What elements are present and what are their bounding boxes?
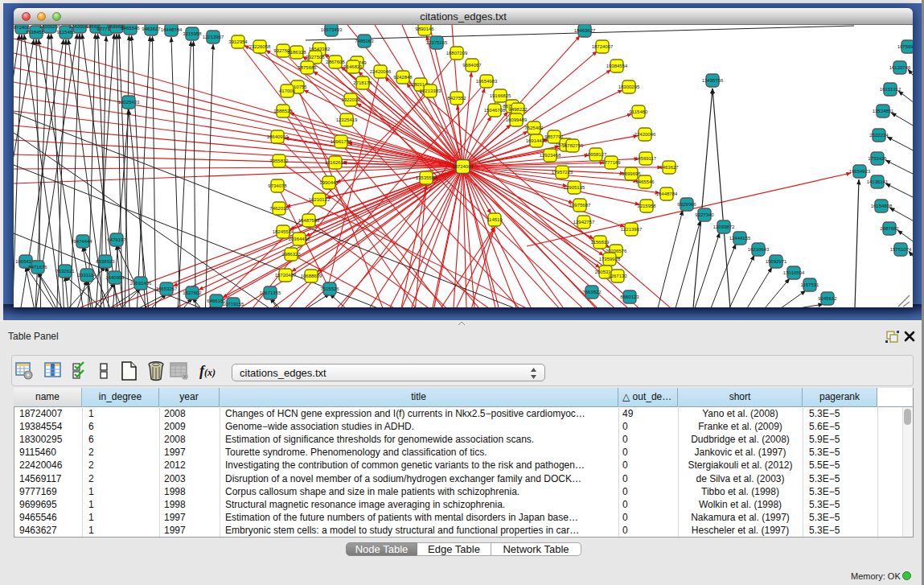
svg-text:1167531: 1167531 xyxy=(801,282,820,287)
svg-text:16782759: 16782759 xyxy=(562,143,584,148)
svg-text:9734078: 9734078 xyxy=(268,183,287,188)
svg-text:9327508: 9327508 xyxy=(306,55,325,60)
svg-text:2522234: 2522234 xyxy=(869,133,889,138)
svg-text:12093872: 12093872 xyxy=(713,225,735,229)
svg-text:10756928: 10756928 xyxy=(897,44,913,49)
svg-text:12213383: 12213383 xyxy=(420,89,441,93)
svg-text:10958127: 10958127 xyxy=(585,152,607,157)
svg-text:18245514: 18245514 xyxy=(273,229,294,234)
svg-text:1640953: 1640953 xyxy=(105,275,125,280)
svg-text:1588520: 1588520 xyxy=(273,109,293,113)
svg-text:9146821: 9146821 xyxy=(343,64,363,69)
svg-text:13524851: 13524851 xyxy=(873,109,894,113)
svg-text:3912954: 3912954 xyxy=(228,39,248,44)
svg-text:7625402: 7625402 xyxy=(524,126,544,130)
svg-text:417006: 417006 xyxy=(279,89,296,93)
svg-text:14136141: 14136141 xyxy=(867,179,889,184)
svg-text:13495756: 13495756 xyxy=(702,78,724,83)
svg-text:9115460: 9115460 xyxy=(630,109,649,114)
svg-text:10025433: 10025433 xyxy=(118,100,140,105)
svg-text:19654923: 19654923 xyxy=(849,169,871,174)
svg-text:12325419: 12325419 xyxy=(336,117,358,122)
svg-text:12213967: 12213967 xyxy=(621,227,643,232)
svg-text:3215958: 3215958 xyxy=(637,204,656,208)
svg-text:2087682: 2087682 xyxy=(880,226,899,231)
svg-text:17957225: 17957225 xyxy=(552,170,573,175)
svg-text:19384554: 19384554 xyxy=(606,64,628,68)
svg-text:10671355: 10671355 xyxy=(260,290,281,295)
svg-text:23226058: 23226058 xyxy=(249,44,271,49)
svg-text:6479197: 6479197 xyxy=(107,237,126,242)
svg-text:2718176: 2718176 xyxy=(353,80,372,85)
svg-text:16210643: 16210643 xyxy=(748,247,770,252)
svg-text:114519: 114519 xyxy=(487,217,503,222)
svg-text:20364436: 20364436 xyxy=(289,237,310,241)
svg-text:9242848: 9242848 xyxy=(393,75,413,80)
svg-text:18300295: 18300295 xyxy=(618,84,640,89)
svg-text:18724007: 18724007 xyxy=(452,164,474,169)
svg-text:10973493: 10973493 xyxy=(321,27,343,32)
svg-text:10653267: 10653267 xyxy=(156,286,178,291)
svg-text:3875685: 3875685 xyxy=(298,65,317,70)
svg-text:7462016: 7462016 xyxy=(269,206,289,211)
svg-text:9684067: 9684067 xyxy=(462,63,482,68)
svg-text:9474444: 9474444 xyxy=(73,239,92,244)
svg-text:7663822: 7663822 xyxy=(582,290,602,295)
svg-text:2933114: 2933114 xyxy=(78,273,97,278)
svg-text:8186328: 8186328 xyxy=(287,50,306,55)
svg-text:14569117: 14569117 xyxy=(635,156,657,161)
svg-text:9245612: 9245612 xyxy=(818,296,837,301)
svg-text:13535594: 13535594 xyxy=(416,175,437,180)
svg-text:10719155: 10719155 xyxy=(223,302,244,307)
svg-text:9463627: 9463627 xyxy=(142,27,161,31)
svg-text:9498222: 9498222 xyxy=(508,107,528,112)
svg-text:10654983: 10654983 xyxy=(476,79,498,84)
svg-text:7485063: 7485063 xyxy=(355,39,374,43)
svg-text:15046708: 15046708 xyxy=(484,108,506,113)
svg-text:12942757: 12942757 xyxy=(573,220,595,225)
svg-text:1156819: 1156819 xyxy=(591,240,610,245)
svg-text:12213967: 12213967 xyxy=(203,35,224,39)
svg-text:18724007: 18724007 xyxy=(592,44,614,49)
svg-text:18807209: 18807209 xyxy=(446,51,468,56)
svg-text:9777169: 9777169 xyxy=(602,160,621,165)
svg-text:13162615: 13162615 xyxy=(325,160,347,165)
svg-text:22420046: 22420046 xyxy=(634,132,656,137)
svg-text:16154808: 16154808 xyxy=(871,204,893,208)
svg-text:17359928: 17359928 xyxy=(599,257,621,262)
svg-text:2867608: 2867608 xyxy=(326,60,345,64)
svg-text:16487568: 16487568 xyxy=(298,218,320,223)
svg-text:22420046: 22420046 xyxy=(370,69,392,74)
svg-text:20691406: 20691406 xyxy=(130,281,152,286)
svg-text:8938923: 8938923 xyxy=(96,259,115,264)
svg-text:1733426: 1733426 xyxy=(868,156,887,161)
svg-text:19166825: 19166825 xyxy=(490,93,511,98)
svg-text:18463627: 18463627 xyxy=(574,28,596,33)
svg-text:8660123: 8660123 xyxy=(620,295,639,299)
svg-text:1322017: 1322017 xyxy=(341,97,360,102)
svg-text:3267130: 3267130 xyxy=(608,274,627,278)
svg-text:17010504: 17010504 xyxy=(783,270,805,275)
svg-text:9465546: 9465546 xyxy=(635,179,655,184)
svg-text:9465546: 9465546 xyxy=(121,26,140,31)
svg-text:10688609: 10688609 xyxy=(301,274,322,278)
svg-text:18300295: 18300295 xyxy=(39,25,61,29)
svg-text:3215958: 3215958 xyxy=(183,31,202,36)
svg-text:12923468: 12923468 xyxy=(540,153,561,158)
svg-text:16120746: 16120746 xyxy=(889,65,911,70)
svg-text:9463627: 9463627 xyxy=(659,165,679,170)
svg-text:7515526: 7515526 xyxy=(320,286,339,291)
svg-text:16448784: 16448784 xyxy=(656,192,678,196)
svg-text:2986322: 2986322 xyxy=(281,252,301,257)
svg-text:15692971: 15692971 xyxy=(766,259,787,264)
svg-text:18640910: 18640910 xyxy=(267,134,289,139)
svg-text:9699695: 9699695 xyxy=(622,171,641,176)
svg-text:8471676: 8471676 xyxy=(28,265,47,270)
svg-text:9890146: 9890146 xyxy=(415,27,434,31)
svg-text:8427552: 8427552 xyxy=(447,96,466,101)
svg-text:16961758: 16961758 xyxy=(331,139,352,144)
svg-text:12444155: 12444155 xyxy=(729,236,751,241)
svg-text:16448784: 16448784 xyxy=(161,27,183,32)
svg-text:9227340: 9227340 xyxy=(695,212,714,217)
svg-text:9329966: 9329966 xyxy=(677,202,696,207)
